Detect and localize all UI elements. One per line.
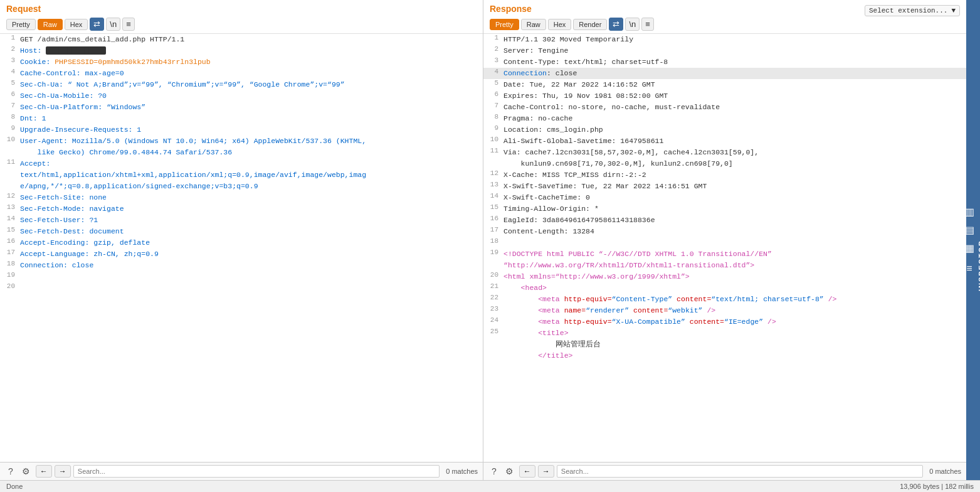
response-matches-count: 0 matches xyxy=(929,468,961,475)
request-code-area: 1 GET /admin/cms_detail_add.php HTTP/1.1… xyxy=(0,34,483,462)
response-line-7: 7 Cache-Control: no-store, no-cache, mus… xyxy=(483,102,966,113)
request-menu-icon[interactable]: ≡ xyxy=(122,18,135,31)
request-line-14: 14 Sec-Fetch-User: ?1 xyxy=(0,215,483,226)
response-line-3: 3 Content-Type: text/html; charset=utf-8 xyxy=(483,56,966,68)
select-extension-label: Select extension... xyxy=(869,7,947,14)
response-line-24: 24 <meta http-equiv=“X-UA-Compatible” co… xyxy=(483,316,966,328)
response-line-11: 11 Via: cache7.l2cn3031[58,57,302-0,M], … xyxy=(483,147,966,169)
request-line-12: 12 Sec-Fetch-Site: none xyxy=(0,192,483,203)
response-line-12: 12 X-Cache: MISS TCP_MISS dirn:-2:-2 xyxy=(483,169,966,181)
request-settings-btn[interactable]: ⚙ xyxy=(19,465,33,478)
response-menu-icon[interactable]: ≡ xyxy=(641,18,654,31)
request-hex-btn[interactable]: Hex xyxy=(65,19,88,30)
response-line-14: 14 X-Swift-CacheTime: 0 xyxy=(483,192,966,203)
response-line-26: 网站管理后台 xyxy=(483,339,966,350)
response-line-20: 20 <html xmlns=“http://www.w3.org/1999/x… xyxy=(483,271,966,282)
inspector-label: INSPECTOR xyxy=(977,240,981,291)
request-newline-icon[interactable]: \n xyxy=(106,18,120,31)
response-line-13: 13 X-Swift-SaveTime: Tue, 22 Mar 2022 14… xyxy=(483,181,966,192)
response-line-6: 6 Expires: Thu, 19 Nov 1981 08:52:00 GMT xyxy=(483,90,966,102)
request-line-4: 4 Cache-Control: max-age=0 xyxy=(0,68,483,79)
response-line-23: 23 <meta name=“renderer” content=“webkit… xyxy=(483,305,966,316)
layout-horizontal-btn[interactable]: ▤ xyxy=(962,223,977,237)
response-line-2: 2 Server: Tengine xyxy=(483,45,966,56)
response-hex-btn[interactable]: Hex xyxy=(548,19,572,30)
request-bottom-bar: ? ⚙ ← → 0 matches xyxy=(0,462,483,480)
response-line-21: 21 <head> xyxy=(483,282,966,294)
response-panel: Response Select extension... ▼ Pretty Ra… xyxy=(483,0,966,480)
response-line-1: 1 HTTP/1.1 302 Moved Temporarily xyxy=(483,34,966,45)
response-line-4: 4 Connection: close xyxy=(483,68,966,79)
layout-split-btn[interactable]: ▥ xyxy=(962,205,977,219)
request-line-9: 9 Upgrade-Insecure-Requests: 1 xyxy=(0,124,483,136)
response-title: Response xyxy=(490,4,532,14)
response-forward-btn[interactable]: → xyxy=(538,465,554,478)
request-help-btn[interactable]: ? xyxy=(5,465,16,478)
inspector-menu-btn[interactable]: ≡ xyxy=(963,262,975,275)
response-help-btn[interactable]: ? xyxy=(488,465,500,478)
request-panel: Request Pretty Raw Hex ⇄ \n ≡ 1 GET /adm… xyxy=(0,0,483,480)
response-back-btn[interactable]: ← xyxy=(519,465,535,478)
request-toolbar: Pretty Raw Hex ⇄ \n ≡ xyxy=(6,18,477,31)
status-right: 13,906 bytes | 182 millis xyxy=(900,483,974,490)
response-line-27: </title> xyxy=(483,350,966,361)
request-line-5: 5 Sec-Ch-Ua: “ Not A;Brand”;v=“99”, “Chr… xyxy=(0,79,483,90)
request-line-20: 20 xyxy=(0,282,483,294)
request-line-7: 7 Sec-Ch-Ua-Platform: “Windows” xyxy=(0,102,483,113)
response-line-18: 18 xyxy=(483,237,966,249)
response-raw-btn[interactable]: Raw xyxy=(521,19,546,30)
request-line-6: 6 Sec-Ch-Ua-Mobile: ?0 xyxy=(0,90,483,102)
response-transfer-icon[interactable]: ⇄ xyxy=(609,18,623,31)
response-pretty-btn[interactable]: Pretty xyxy=(490,19,519,30)
request-pretty-btn[interactable]: Pretty xyxy=(6,19,36,30)
request-raw-btn[interactable]: Raw xyxy=(38,19,63,30)
request-line-2: 2 Host: ████████ xyxy=(0,45,483,56)
inspector-sidebar: ▥ ▤ ▦ ≡ INSPECTOR xyxy=(966,0,980,480)
request-line-10: 10 User-Agent: Mozilla/5.0 (Windows NT 1… xyxy=(0,136,483,158)
request-line-19: 19 xyxy=(0,271,483,282)
response-newline-icon[interactable]: \n xyxy=(625,18,640,31)
select-extension-btn[interactable]: Select extension... ▼ xyxy=(865,5,960,16)
response-header-row: Response Select extension... ▼ xyxy=(490,4,960,18)
response-line-15: 15 Timing-Allow-Origin: * xyxy=(483,203,966,215)
status-left: Done xyxy=(6,483,23,490)
request-back-btn[interactable]: ← xyxy=(36,465,52,478)
request-line-1: 1 GET /admin/cms_detail_add.php HTTP/1.1 xyxy=(0,34,483,45)
response-settings-btn[interactable]: ⚙ xyxy=(502,465,517,478)
request-matches-count: 0 matches xyxy=(446,468,478,475)
request-header: Request Pretty Raw Hex ⇄ \n ≡ xyxy=(0,0,483,34)
status-bar: Done 13,906 bytes | 182 millis xyxy=(0,480,980,492)
response-line-22: 22 <meta http-equiv=“Content-Type” conte… xyxy=(483,294,966,305)
request-title: Request xyxy=(6,4,477,14)
response-line-8: 8 Pragma: no-cache xyxy=(483,113,966,124)
request-forward-btn[interactable]: → xyxy=(55,465,71,478)
request-line-15: 15 Sec-Fetch-Dest: document xyxy=(0,226,483,237)
request-line-11: 11 Accept: text/html,application/xhtml+x… xyxy=(0,158,483,192)
response-line-17: 17 Content-Length: 13284 xyxy=(483,226,966,237)
request-line-8: 8 Dnt: 1 xyxy=(0,113,483,124)
response-render-btn[interactable]: Render xyxy=(573,19,607,30)
request-line-17: 17 Accept-Language: zh-CN, zh;q=0.9 xyxy=(0,249,483,260)
response-line-19: 19 <!DOCTYPE html PUBLIC “-//W3C//DTD XH… xyxy=(483,249,966,271)
response-line-9: 9 Location: cms_login.php xyxy=(483,124,966,136)
request-line-13: 13 Sec-Fetch-Mode: navigate xyxy=(0,203,483,215)
response-line-5: 5 Date: Tue, 22 Mar 2022 14:16:52 GMT xyxy=(483,79,966,90)
request-line-16: 16 Accept-Encoding: gzip, deflate xyxy=(0,237,483,249)
response-code-area: 1 HTTP/1.1 302 Moved Temporarily 2 Serve… xyxy=(483,34,966,462)
response-line-16: 16 EagleId: 3da864961647958611431883​6e xyxy=(483,215,966,226)
response-search-input[interactable] xyxy=(557,465,923,478)
response-toolbar: Pretty Raw Hex Render ⇄ \n ≡ xyxy=(490,18,960,31)
chevron-down-icon: ▼ xyxy=(951,7,956,14)
request-line-3: 3 Cookie: PHPSESSID=0pmhmd50kk27hmb43rrl… xyxy=(0,56,483,68)
response-bottom-bar: ? ⚙ ← → 0 matches xyxy=(483,462,966,480)
request-search-input[interactable] xyxy=(73,465,440,478)
response-line-10: 10 Ali-Swift-Global-Savetime: 1647958611 xyxy=(483,136,966,147)
response-line-25: 25 <title> xyxy=(483,328,966,339)
request-line-18: 18 Connection: close xyxy=(0,260,483,271)
request-transfer-icon[interactable]: ⇄ xyxy=(90,18,104,31)
response-header: Response Select extension... ▼ Pretty Ra… xyxy=(483,0,966,34)
layout-vertical-btn[interactable]: ▦ xyxy=(962,241,977,255)
